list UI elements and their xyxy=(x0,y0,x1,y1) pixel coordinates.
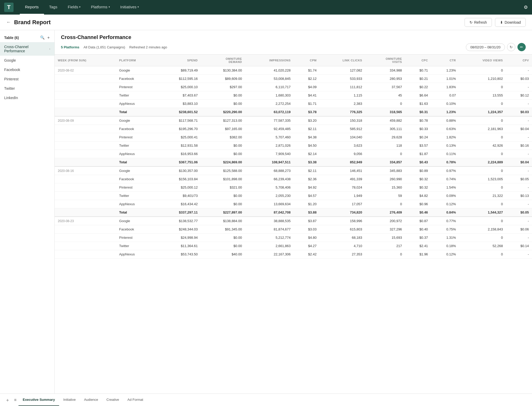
cell-ctr: 0.12% xyxy=(431,250,459,259)
cell-impressions: 1,680,303 xyxy=(245,91,294,100)
sidebar-item-pinterest[interactable]: Pinterest xyxy=(0,74,54,84)
cell-cpv: - xyxy=(506,234,532,242)
cell-omniture-visits: 260,990 xyxy=(365,175,405,183)
cell-link-clicks: 2,383 xyxy=(320,100,365,108)
cell-video-views: 13,555 xyxy=(459,91,506,100)
add-icon[interactable]: ＋ xyxy=(47,35,50,40)
tab-menu-button[interactable]: ≡ xyxy=(12,398,18,402)
cell-spend: $3,883.10 xyxy=(157,100,201,108)
sidebar-item-facebook[interactable]: Facebook xyxy=(0,65,54,74)
cell-cpm: $3.38 xyxy=(294,158,320,167)
cell-spend: $11,364.61 xyxy=(157,242,201,250)
refresh-button[interactable]: ↻ Refresh xyxy=(465,18,492,27)
cell-cpc: $0.46 xyxy=(405,208,431,217)
cell-omniture-visits: 15,693 xyxy=(365,234,405,242)
cell-cpv: - xyxy=(506,100,532,108)
cell-cpc: $0.43 xyxy=(405,158,431,167)
cell-ctr: 0.77% xyxy=(431,217,459,225)
cell-omniture-demand: $91,345.00 xyxy=(201,225,245,234)
date-edit-button[interactable]: ✏ xyxy=(517,43,526,51)
table-row: Total$238,601.52$220,290.0063,072,119$3.… xyxy=(55,108,532,117)
cell-spend: $7,403.67 xyxy=(157,91,201,100)
app-logo[interactable]: T xyxy=(4,3,14,12)
table-row: Facebook$112,595.16$89,609.0053,008,845$… xyxy=(55,75,532,83)
cell-cpv: - xyxy=(506,133,532,141)
cell-platform: Pinterest xyxy=(116,133,157,141)
cell-omniture-demand: $0.00 xyxy=(201,150,245,158)
cell-week xyxy=(55,225,116,234)
search-icon[interactable]: 🔍 xyxy=(40,35,45,40)
cell-link-clicks: 852,949 xyxy=(320,158,365,167)
gear-icon[interactable]: ⚙ xyxy=(524,4,528,10)
table-row: Pinterest$25,000.41$382.005,707,460$4.38… xyxy=(55,133,532,141)
cell-cpm: $3.87 xyxy=(294,217,320,225)
nav-item-reports[interactable]: Reports xyxy=(20,0,44,15)
cell-spend: $53,743.50 xyxy=(157,250,201,259)
nav-item-platforms[interactable]: Platforms ▾ xyxy=(86,0,115,15)
sidebar-item-twitter[interactable]: Twitter xyxy=(0,84,54,93)
table-wrapper[interactable]: WEEK (FROM SUN) PLATFORM SPEND OMNITURED… xyxy=(55,55,532,394)
cell-omniture-demand: $0.00 xyxy=(201,200,245,208)
table-row: Total$367,751.06$224,869.00108,947,511$3… xyxy=(55,158,532,167)
cell-ctr: 0.97% xyxy=(431,166,459,175)
cell-spend: $25,000.10 xyxy=(157,83,201,91)
cell-ctr: 0.13% xyxy=(431,141,459,150)
platforms-filter[interactable]: 5 Platforms xyxy=(61,45,79,49)
cell-spend: $117,568.71 xyxy=(157,116,201,125)
cell-omniture-demand: $40.00 xyxy=(201,250,245,259)
cell-video-views: 1,523,005 xyxy=(459,175,506,183)
tab-audience[interactable]: Audience xyxy=(80,394,102,406)
cell-ctr: 1.01% xyxy=(431,75,459,83)
date-range-button[interactable]: 08/02/20 – 08/31/20 xyxy=(466,43,505,51)
sidebar-item-linkedin[interactable]: LinkedIn xyxy=(0,93,54,102)
add-tab-button[interactable]: ＋ xyxy=(3,397,12,403)
nav-item-fields[interactable]: Fields ▾ xyxy=(62,0,86,15)
cell-link-clicks: 17,057 xyxy=(320,200,365,208)
cell-omniture-demand: $0.00 xyxy=(201,141,245,150)
cell-ctr: 0.88% xyxy=(431,116,459,125)
cell-cpv: $0.04 xyxy=(506,125,532,133)
cell-spend: $238,601.52 xyxy=(157,108,201,117)
sidebar: Table (6) 🔍 ＋ Cross-Channel Performance … xyxy=(0,30,55,394)
cell-platform: Google xyxy=(116,66,157,75)
table-row: AppNexus$53,743.50$40.0022,167,306$2.422… xyxy=(55,250,532,259)
tab-creative[interactable]: Creative xyxy=(102,394,123,406)
table-header-row: WEEK (FROM SUN) PLATFORM SPEND OMNITURED… xyxy=(55,55,532,66)
cell-impressions: 81,874,677 xyxy=(245,225,294,234)
cell-omniture-demand: $101,898.00 xyxy=(201,175,245,183)
tab-initiative[interactable]: Initiative xyxy=(59,394,80,406)
download-button[interactable]: ⬇ Download xyxy=(495,18,526,27)
cell-platform: Pinterest xyxy=(116,234,157,242)
cell-cpv: - xyxy=(506,150,532,158)
sidebar-item-cross-channel[interactable]: Cross-Channel Performance › xyxy=(0,42,54,56)
cell-cpv: $0.05 xyxy=(506,208,532,217)
cell-ctr: 0.74% xyxy=(431,175,459,183)
cell-impressions: 41,020,228 xyxy=(245,66,294,75)
sidebar-item-google[interactable]: Google xyxy=(0,56,54,65)
cell-week: 2020-08-02 xyxy=(55,66,116,75)
cell-omniture-visits: 0 xyxy=(365,200,405,208)
tab-executive-summary[interactable]: Executive Summary xyxy=(18,394,59,406)
cell-omniture-demand: $297.00 xyxy=(201,83,245,91)
cell-platform: AppNexus xyxy=(116,200,157,208)
cell-ctr: 1.23% xyxy=(431,66,459,75)
back-button[interactable]: ← xyxy=(6,20,11,25)
cell-week: 2020-08-16 xyxy=(55,166,116,175)
cell-video-views: 2,158,843 xyxy=(459,225,506,234)
col-omniture-visits: OMNITUREVISITS xyxy=(365,55,405,66)
refreshed-label: Refreshed 2 minutes ago xyxy=(129,45,167,49)
cell-week xyxy=(55,200,116,208)
cell-omniture-demand: $97,165.00 xyxy=(201,125,245,133)
cell-platform: Twitter xyxy=(116,141,157,150)
table-row: 2020-08-09Google$117,568.71$127,313.0077… xyxy=(55,116,532,125)
cell-video-views: 0 xyxy=(459,183,506,192)
date-refresh-button[interactable]: ↻ xyxy=(507,43,515,51)
nav-item-initiatives[interactable]: Initiatives ▾ xyxy=(115,0,144,15)
cell-video-views: 0 xyxy=(459,133,506,141)
tab-ad-format[interactable]: Ad Format xyxy=(123,394,147,406)
cell-cpc: $0.32 xyxy=(405,175,431,183)
nav-item-tags[interactable]: Tags xyxy=(44,0,63,15)
col-impressions: IMPRESSIONS xyxy=(245,55,294,66)
cell-video-views: 1,210,802 xyxy=(459,75,506,83)
cell-cpm: $1.71 xyxy=(294,100,320,108)
